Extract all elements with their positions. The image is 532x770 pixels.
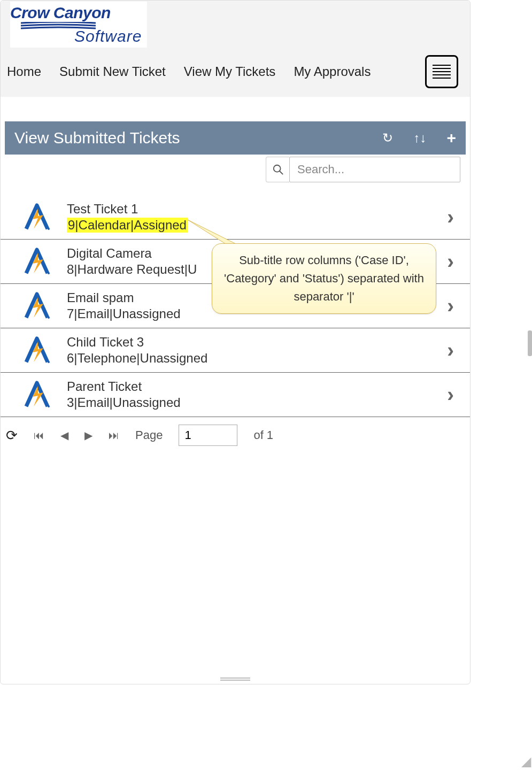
ticket-title: Test Ticket 1 — [67, 202, 447, 217]
ticket-bolt-icon — [22, 335, 52, 365]
ticket-subtitle: 3|Email|Unassigned — [67, 395, 447, 410]
pager-of-label: of 1 — [253, 428, 273, 442]
ticket-row[interactable]: Parent Ticket3|Email|Unassigned› — [1, 373, 470, 417]
chevron-right-icon: › — [447, 339, 460, 362]
pager: ⟳ ⏮ ◀ ▶ ⏭ Page of 1 — [1, 417, 470, 453]
nav-home[interactable]: Home — [7, 64, 41, 79]
svg-point-0 — [273, 165, 280, 172]
logo-text-2: Software — [74, 27, 142, 45]
section-title: View Submitted Tickets — [14, 129, 382, 147]
nav-view-tickets[interactable]: View My Tickets — [184, 64, 276, 79]
annotation-callout: Sub-title row columns ('Case ID', 'Categ… — [212, 243, 436, 314]
pager-next-icon[interactable]: ▶ — [84, 429, 92, 442]
pager-last-icon[interactable]: ⏭ — [109, 429, 119, 442]
pager-reload-icon[interactable]: ⟳ — [6, 427, 18, 444]
search-icon[interactable] — [266, 157, 289, 182]
add-icon[interactable]: + — [446, 129, 456, 147]
top-bar: Crow Canyon Software Home Submit New Tic… — [1, 1, 470, 97]
ticket-bolt-icon — [22, 202, 52, 232]
chevron-right-icon: › — [447, 295, 460, 318]
ticket-text: Child Ticket 36|Telephone|Unassigned — [67, 335, 447, 366]
callout-text: Sub-title row columns ('Case ID', 'Categ… — [224, 253, 424, 303]
svg-point-6 — [48, 405, 50, 407]
ticket-title: Parent Ticket — [67, 379, 447, 394]
ticket-text: Parent Ticket3|Email|Unassigned — [67, 379, 447, 410]
svg-line-1 — [279, 171, 282, 174]
ticket-row[interactable]: Child Ticket 36|Telephone|Unassigned› — [1, 328, 470, 373]
drag-handle-icon[interactable] — [220, 677, 250, 681]
search-input[interactable] — [289, 157, 460, 182]
svg-point-2 — [48, 228, 50, 230]
pager-prev-icon[interactable]: ◀ — [60, 429, 68, 442]
chevron-right-icon: › — [447, 206, 460, 229]
app-window: Crow Canyon Software Home Submit New Tic… — [0, 0, 471, 684]
chevron-right-icon: › — [447, 250, 460, 273]
resize-grip-icon[interactable]: ◢ — [521, 754, 531, 769]
section-actions: ↻ ↑↓ + — [382, 129, 456, 147]
pager-page-label: Page — [135, 428, 163, 442]
ticket-bolt-icon — [22, 380, 52, 410]
sort-icon[interactable]: ↑↓ — [413, 130, 426, 145]
nav-my-approvals[interactable]: My Approvals — [294, 64, 371, 79]
ticket-subtitle: 6|Telephone|Unassigned — [67, 351, 447, 366]
search-row — [1, 155, 470, 182]
section-header: View Submitted Tickets ↻ ↑↓ + — [5, 121, 466, 155]
hamburger-menu-button[interactable] — [425, 55, 458, 88]
svg-point-3 — [48, 272, 50, 274]
ticket-bolt-icon — [22, 247, 52, 276]
refresh-icon[interactable]: ↻ — [382, 130, 393, 145]
nav-submit-ticket[interactable]: Submit New Ticket — [59, 64, 166, 79]
svg-point-5 — [48, 361, 50, 363]
logo-text-1: Crow Canyon — [10, 4, 142, 22]
brand-logo: Crow Canyon Software — [10, 2, 147, 48]
pager-page-input[interactable] — [179, 425, 237, 446]
pager-first-icon[interactable]: ⏮ — [34, 429, 44, 442]
top-nav: Home Submit New Ticket View My Tickets M… — [6, 53, 465, 93]
ticket-title: Child Ticket 3 — [67, 335, 447, 350]
chevron-right-icon: › — [447, 383, 460, 406]
svg-point-4 — [48, 317, 50, 319]
ticket-bolt-icon — [22, 291, 52, 321]
scrollbar-thumb[interactable] — [528, 330, 532, 356]
